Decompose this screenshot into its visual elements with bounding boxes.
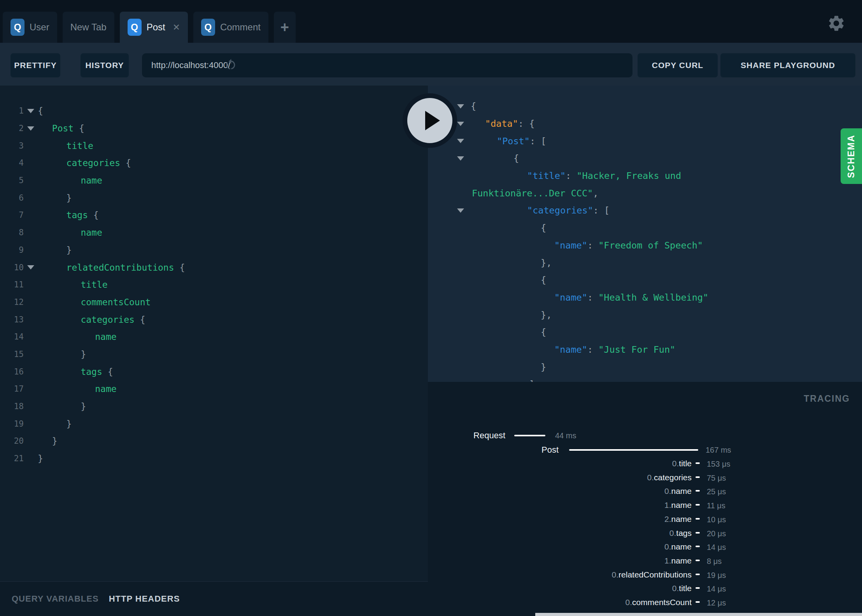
code-text: name [38, 228, 102, 238]
tracing-field-index: 0. [625, 598, 632, 607]
fold-slot[interactable] [24, 265, 38, 270]
tab-label: Post [147, 22, 165, 33]
fold-arrow-icon[interactable] [457, 139, 464, 143]
fold-arrow-icon[interactable] [457, 208, 464, 213]
query-type-badge: Q [11, 19, 25, 36]
tracing-field-bar [696, 504, 700, 506]
code-text: tags { [38, 210, 99, 220]
fold-slot[interactable] [24, 144, 38, 148]
query-code-line: 4 categories { [0, 154, 428, 172]
tracing-field-duration: 19 μs [707, 571, 726, 580]
query-variables-tab[interactable]: QUERY VARIABLES [12, 594, 99, 604]
close-icon[interactable]: ✕ [173, 22, 180, 33]
fold-slot[interactable] [24, 422, 38, 426]
share-playground-button[interactable]: SHARE PLAYGROUND [720, 53, 855, 77]
execute-query-button[interactable] [403, 93, 457, 148]
fold-slot[interactable] [24, 457, 38, 461]
code-token: "categories" [527, 205, 593, 216]
query-editor[interactable]: 1 { 2 Post { 3 title 4 categories { 5 na… [0, 86, 428, 581]
tracing-field-name: name [671, 556, 692, 565]
code-text: } [38, 401, 86, 411]
tracing-field-duration: 14 μs [707, 584, 726, 593]
tracing-field-label: 0.title [672, 584, 692, 593]
schema-side-tab[interactable]: SCHEMA [841, 128, 862, 184]
query-code-line: 14 name [0, 328, 428, 346]
endpoint-url-input[interactable]: http://localhost:4000/ [142, 53, 632, 77]
fold-slot[interactable] [24, 231, 38, 235]
settings-gear-icon[interactable] [827, 14, 846, 33]
fold-slot[interactable] [24, 283, 38, 287]
tab-user[interactable]: Q User [3, 12, 57, 43]
code-token: tags [81, 367, 102, 377]
copy-curl-button[interactable]: COPY CURL [638, 53, 718, 77]
query-code-line: 5 name [0, 172, 428, 189]
code-token: { [135, 315, 145, 325]
code-token: } [541, 362, 546, 373]
fold-slot[interactable] [24, 109, 38, 113]
reload-schema-icon[interactable] [224, 58, 237, 72]
response-code-line: { [428, 324, 862, 341]
fold-slot[interactable] [24, 178, 38, 183]
fold-slot[interactable] [24, 196, 38, 200]
tracing-field-duration: 8 μs [707, 557, 722, 566]
tracing-span-bar [514, 435, 545, 436]
line-number: 3 [0, 141, 24, 150]
query-code-line: 8 name [0, 224, 428, 242]
graphql-playground-window: Q User New Tab Q Post ✕ Q Comment + PRET… [0, 0, 862, 616]
code-token: { [74, 123, 84, 133]
tracing-field-bar [696, 574, 700, 575]
fold-slot[interactable] [24, 439, 38, 443]
code-token: Funktionäre...Der CCC" [472, 188, 593, 199]
fold-slot[interactable] [24, 161, 38, 165]
fold-slot[interactable] [24, 369, 38, 374]
tracing-panel: TRACING Request 44 ms Post 167 ms 0.titl… [428, 382, 862, 616]
fold-slot[interactable] [24, 317, 38, 322]
horizontal-scrollbar[interactable] [535, 613, 862, 616]
fold-arrow-icon[interactable] [457, 122, 464, 126]
fold-slot[interactable] [24, 352, 38, 356]
tracing-field-bar [696, 546, 700, 547]
fold-slot[interactable] [24, 335, 38, 339]
tab-comment[interactable]: Q Comment [193, 12, 268, 43]
fold-slot[interactable] [24, 300, 38, 304]
editor-footer-bar: QUERY VARIABLES HTTP HEADERS [0, 581, 428, 616]
code-text: { [428, 327, 546, 338]
code-token: "title" [527, 170, 566, 181]
prettify-button[interactable]: PRETTIFY [11, 53, 60, 77]
fold-arrow-icon [27, 126, 34, 131]
fold-slot[interactable] [24, 248, 38, 252]
response-code-line: "name": "Just For Fun" [428, 341, 862, 359]
tab-label: User [30, 22, 49, 33]
tracing-field-label: 0.name [664, 486, 692, 496]
code-token: : { [518, 118, 534, 129]
tab-post[interactable]: Q Post ✕ [120, 12, 188, 43]
tracing-field-bar [696, 587, 700, 589]
tab-new-tab[interactable]: New Tab [63, 12, 114, 43]
code-text: ] [428, 379, 534, 382]
fold-slot[interactable] [24, 126, 38, 131]
history-button[interactable]: HISTORY [81, 53, 129, 77]
fold-slot[interactable] [24, 404, 38, 409]
tracing-field-index: 2. [664, 514, 671, 523]
play-icon [425, 111, 440, 130]
http-headers-tab[interactable]: HTTP HEADERS [109, 594, 180, 604]
fold-slot[interactable] [24, 213, 38, 217]
tracing-field-name: categories [654, 473, 692, 482]
code-text: } [38, 436, 58, 446]
fold-slot[interactable] [24, 387, 38, 391]
fold-arrow-icon[interactable] [457, 156, 464, 161]
code-token: { [513, 153, 519, 164]
line-number: 15 [0, 350, 24, 359]
code-token: : [ [530, 136, 546, 147]
tracing-field-bar [696, 560, 700, 561]
code-token: "Post" [497, 136, 530, 147]
code-text: name [38, 384, 117, 394]
tracing-field-name: relatedContributions [618, 570, 692, 579]
fold-arrow-icon[interactable] [457, 104, 464, 108]
response-viewer[interactable]: { "data": { "Post": [ { "title": "Hacker… [428, 86, 862, 382]
code-token: { [471, 101, 476, 112]
query-code-line: 1 { [0, 102, 428, 120]
query-code-line: 9 } [0, 242, 428, 259]
new-tab-button[interactable]: + [274, 12, 296, 43]
query-code-line: 19 } [0, 415, 428, 432]
